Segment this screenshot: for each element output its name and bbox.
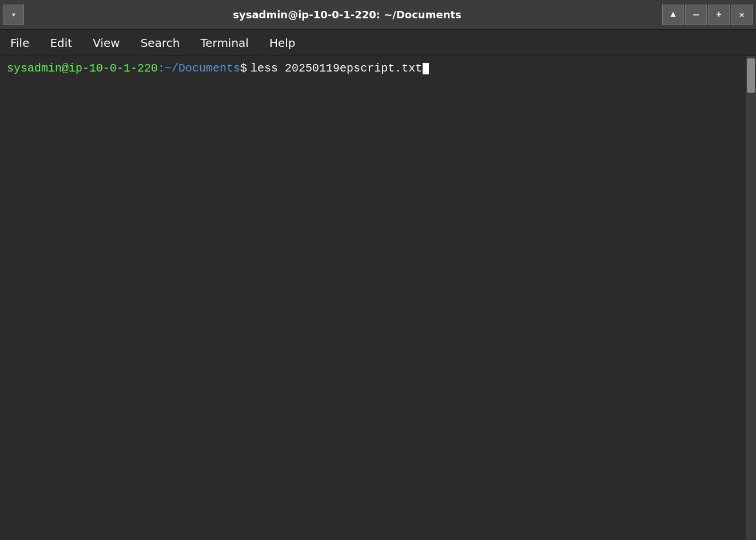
scroll-up-button[interactable]: ▲	[662, 5, 684, 25]
prompt-dollar: $	[240, 61, 247, 77]
menu-item-terminal[interactable]: Terminal	[196, 34, 253, 52]
maximize-icon: +	[716, 10, 722, 20]
menu-item-search[interactable]: Search	[136, 34, 185, 52]
window-title: sysadmin@ip-10-0-1-220: ~/Documents	[32, 9, 662, 21]
minimize-button[interactable]: —	[685, 5, 707, 25]
prompt-command: less 20250119epscript.txt	[250, 61, 422, 77]
dropdown-button[interactable]: ▾	[3, 5, 24, 25]
dropdown-icon: ▾	[11, 10, 16, 19]
maximize-button[interactable]: +	[708, 5, 730, 25]
close-icon: ✕	[739, 9, 745, 21]
menu-item-help[interactable]: Help	[265, 34, 300, 52]
terminal-content[interactable]: sysadmin@ip-10-0-1-220 :~/Documents $ le…	[0, 56, 756, 540]
close-button[interactable]: ✕	[731, 5, 753, 25]
terminal-window: ▾ sysadmin@ip-10-0-1-220: ~/Documents ▲ …	[0, 0, 756, 540]
scroll-up-icon: ▲	[670, 10, 676, 20]
scrollbar-track[interactable]	[746, 56, 756, 540]
prompt-line: sysadmin@ip-10-0-1-220 :~/Documents $ le…	[7, 61, 749, 77]
menu-item-file[interactable]: File	[6, 34, 34, 52]
title-bar-left: ▾	[3, 5, 32, 25]
menu-item-edit[interactable]: Edit	[45, 34, 77, 52]
scrollbar-thumb[interactable]	[747, 58, 755, 93]
prompt-path: :~/Documents	[158, 61, 240, 77]
window-controls: ▲ — + ✕	[662, 5, 753, 25]
terminal-cursor	[423, 63, 429, 74]
prompt-user: sysadmin@ip-10-0-1-220	[7, 61, 158, 77]
title-bar: ▾ sysadmin@ip-10-0-1-220: ~/Documents ▲ …	[0, 0, 756, 30]
menu-item-view[interactable]: View	[88, 34, 124, 52]
minimize-icon: —	[693, 10, 699, 20]
menu-bar: File Edit View Search Terminal Help	[0, 30, 756, 56]
